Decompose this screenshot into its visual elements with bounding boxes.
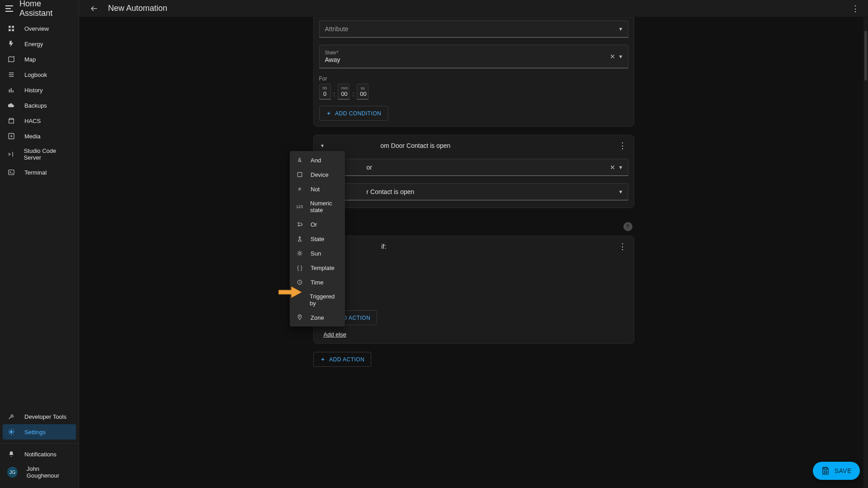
hamburger-icon[interactable] (5, 5, 13, 12)
sidebar-item-media[interactable]: Media (3, 128, 76, 144)
svg-rect-11 (297, 172, 302, 176)
add-action-outer-button[interactable]: ＋ ADD ACTION (313, 352, 372, 367)
ctx-item-numeric-state[interactable]: 123 Numeric state (290, 196, 345, 217)
ctx-item-zone[interactable]: Zone (290, 310, 345, 325)
map-icon (7, 55, 15, 63)
state-field[interactable]: State* Away ✕ ▼ (319, 45, 628, 68)
scroll-thumb[interactable] (864, 31, 867, 81)
then-label: Then*: (320, 298, 628, 306)
device-icon (296, 171, 303, 178)
svg-point-12 (299, 252, 301, 255)
scrollbar[interactable] (863, 17, 868, 488)
sidebar-item-label: Map (24, 56, 36, 63)
add-condition-button[interactable]: ＋ ADD CONDITION (319, 106, 388, 121)
for-ss-input[interactable]: ss 00 (357, 84, 368, 99)
chevron-down-icon: ▼ (618, 189, 623, 194)
list-icon (7, 71, 15, 79)
cloud-icon (7, 101, 15, 109)
hh-label: hh (322, 86, 328, 90)
add-else-link[interactable]: Add else (319, 331, 347, 338)
sidebar: Home Assistant Overview Energy Map Logbo… (0, 0, 79, 488)
svg-rect-6 (13, 90, 14, 93)
for-mm-input[interactable]: mm 00 (338, 84, 349, 99)
attribute-field[interactable]: Attribute ▼ (319, 20, 628, 38)
clear-icon[interactable]: ✕ (610, 53, 615, 60)
ctx-item-state[interactable]: State (290, 232, 345, 246)
app-root: Home Assistant Overview Energy Map Logbo… (0, 0, 868, 488)
svg-rect-9 (9, 170, 14, 175)
sidebar-item-notifications[interactable]: Notifications (3, 446, 76, 462)
for-label: For (319, 76, 628, 82)
ctx-item-template[interactable]: { } Template (290, 261, 345, 275)
ctx-item-label: Numeric state (310, 200, 339, 213)
sidebar-item-overview[interactable]: Overview (3, 21, 76, 36)
ctx-item-label: Or (311, 221, 317, 228)
numeric-icon: 123 (296, 203, 303, 210)
card-overflow-button[interactable]: ⋮ (618, 141, 627, 151)
ampersand-icon: & (296, 156, 303, 164)
device-condition-card: ▾ om Door Contact is open ⋮ or ✕ ▼ r Con… (313, 135, 634, 208)
ctx-item-not[interactable]: ≠ Not (290, 182, 345, 196)
overflow-menu-button[interactable]: ⋮ (850, 4, 861, 14)
svg-rect-15 (824, 468, 827, 469)
condition-field[interactable]: r Contact is open ▼ (319, 183, 628, 200)
svg-rect-2 (9, 29, 11, 31)
ctx-item-sun[interactable]: Sun (290, 246, 345, 261)
sidebar-item-terminal[interactable]: Terminal (3, 165, 76, 180)
for-row: hh 0 : mm 00 : ss 00 (319, 84, 628, 99)
device-field[interactable]: or ✕ ▼ (319, 159, 628, 176)
card-overflow-button[interactable]: ⋮ (618, 242, 627, 251)
avatar: JG (7, 467, 18, 478)
dashboard-icon (7, 24, 15, 33)
ctx-item-label: Time (311, 279, 323, 286)
sidebar-item-hacs[interactable]: HACS (3, 113, 76, 128)
clear-icon[interactable]: ✕ (610, 164, 615, 171)
help-icon[interactable]: ? (623, 222, 632, 231)
svg-rect-5 (11, 88, 12, 92)
chevron-down-icon: ▼ (618, 165, 623, 170)
for-hh-input[interactable]: hh 0 (319, 84, 331, 99)
sidebar-item-logbook[interactable]: Logbook (3, 67, 76, 82)
sidebar-item-label: Overview (24, 25, 49, 32)
add-condition-label: ADD CONDITION (335, 110, 382, 117)
sidebar-item-energy[interactable]: Energy (3, 36, 76, 52)
content-inner: Attribute ▼ State* Away ✕ ▼ For hh 0 (313, 17, 634, 412)
sidebar-item-backups[interactable]: Backups (3, 98, 76, 113)
back-button[interactable] (89, 4, 99, 14)
sidebar-item-map[interactable]: Map (3, 52, 76, 67)
terminal-icon (7, 168, 15, 176)
sidebar-item-settings[interactable]: Settings (3, 424, 76, 440)
svg-point-16 (824, 471, 826, 473)
wrench-icon (7, 412, 15, 421)
state-icon (296, 235, 303, 242)
sidebar-item-user[interactable]: JG John Goughenour (3, 462, 76, 483)
mm-label: mm (341, 86, 346, 90)
user-name: John Goughenour (27, 465, 71, 479)
ctx-item-device[interactable]: Device (290, 167, 345, 182)
ctx-item-label: Triggered by (310, 293, 339, 307)
plus-icon: ＋ (326, 109, 332, 117)
sidebar-item-devtools[interactable]: Developer Tools (3, 409, 76, 424)
vscode-icon (7, 150, 15, 158)
card-title-row[interactable]: ▾ om Door Contact is open (321, 142, 451, 149)
sidebar-header: Home Assistant (0, 0, 79, 17)
condition-value-suffix: r Contact is open (367, 188, 415, 195)
card-header: ▾ if: ⋮ (319, 242, 628, 251)
state-value: Away (325, 56, 623, 63)
bell-icon (7, 450, 15, 458)
mm-value: 00 (341, 90, 346, 97)
ctx-item-label: Device (311, 171, 329, 178)
sidebar-item-studio-code[interactable]: Studio Code Server (3, 144, 76, 165)
sidebar-item-label: Media (24, 133, 40, 140)
sidebar-item-label: History (24, 87, 42, 94)
save-fab[interactable]: SAVE (813, 462, 860, 480)
sidebar-item-history[interactable]: History (3, 82, 76, 98)
chart-icon (7, 86, 15, 94)
store-icon (7, 117, 15, 125)
sidebar-item-label: Notifications (24, 451, 57, 458)
ctx-item-or[interactable]: Or (290, 217, 345, 232)
svg-point-14 (299, 316, 300, 317)
nav-main: Overview Energy Map Logbook History Back… (0, 17, 79, 409)
attribute-placeholder: Attribute (325, 25, 623, 33)
ctx-item-and[interactable]: & And (290, 153, 345, 167)
